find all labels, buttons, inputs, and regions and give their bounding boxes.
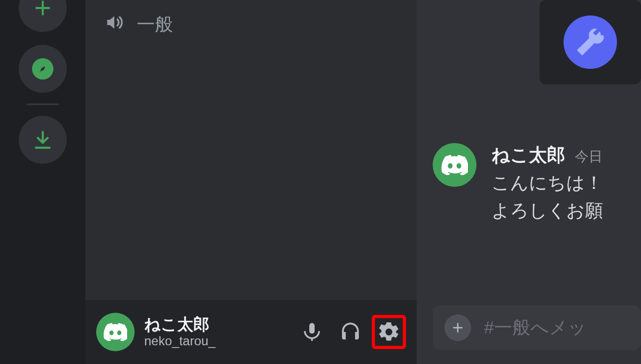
user-settings-button[interactable] (372, 315, 406, 349)
explore-button[interactable] (19, 45, 67, 93)
headphones-icon (339, 321, 362, 343)
compass-icon (30, 56, 56, 82)
gear-icon (377, 320, 401, 344)
wrench-badge (564, 15, 617, 69)
voice-channel-item[interactable]: 一般 (85, 4, 417, 45)
user-avatar[interactable] (96, 313, 135, 351)
wrench-icon (574, 26, 606, 58)
speaker-icon (104, 12, 125, 37)
chat-message: ねこ太郎 今日 こんにちは！ よろしくお願 (433, 143, 603, 223)
download-button[interactable] (19, 116, 67, 164)
user-display-name: ねこ太郎 (144, 315, 215, 334)
plus-circle-icon (450, 320, 466, 336)
channel-sidebar: 一般 ねこ太郎 neko_tarou_ (85, 0, 417, 364)
message-avatar[interactable] (433, 143, 476, 187)
voice-channel-label: 一般 (137, 12, 173, 37)
svg-point-1 (41, 67, 44, 70)
message-composer[interactable]: #一般へメッ (433, 305, 641, 350)
user-identity[interactable]: ねこ太郎 neko_tarou_ (144, 315, 215, 349)
rail-separator (27, 104, 59, 105)
discord-logo-icon (441, 155, 468, 175)
welcome-card[interactable] (540, 0, 641, 84)
message-line-2: よろしくお願 (491, 199, 603, 223)
message-timestamp: 今日 (575, 147, 603, 166)
composer-placeholder: #一般へメッ (484, 315, 587, 340)
attach-button[interactable] (444, 314, 471, 341)
discord-logo-icon (104, 323, 127, 341)
add-server-button[interactable] (19, 0, 67, 32)
deafen-button[interactable] (333, 315, 368, 349)
user-username: neko_tarou_ (144, 334, 215, 349)
message-author[interactable]: ねこ太郎 (491, 143, 565, 168)
channel-list: 一般 (85, 0, 417, 300)
user-panel: ねこ太郎 neko_tarou_ (85, 300, 417, 364)
plus-icon (30, 0, 55, 20)
microphone-icon (301, 321, 323, 343)
mute-button[interactable] (295, 315, 329, 349)
chat-area: ねこ太郎 今日 こんにちは！ よろしくお願 #一般へメッ (417, 0, 641, 364)
server-rail (0, 0, 85, 364)
message-line-1: こんにちは！ (491, 171, 603, 195)
download-icon (31, 128, 54, 152)
